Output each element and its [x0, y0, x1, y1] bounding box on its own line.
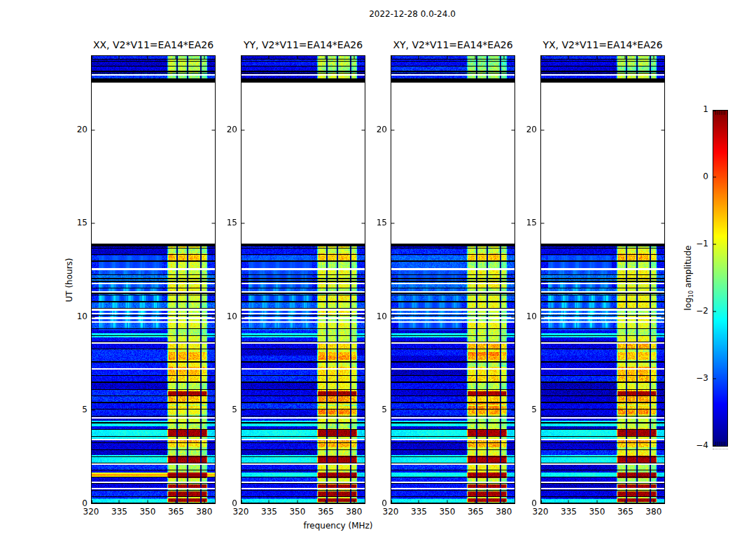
x-tick-label: 380 — [196, 507, 212, 517]
x-tick-label: 365 — [617, 507, 634, 517]
y-tick-label: 5 — [214, 405, 237, 414]
x-tick-label: 365 — [318, 507, 334, 517]
colorbar-tick-label: −4 — [685, 440, 708, 450]
panel-title-XX: XX, V2*V11=EA14*EA26 — [93, 39, 214, 50]
y-tick-label: 15 — [64, 218, 88, 227]
y-tick-label: 10 — [363, 312, 387, 321]
x-tick-label: 335 — [261, 507, 277, 517]
y-tick-label: 10 — [64, 312, 88, 321]
x-tick-label: 350 — [139, 507, 155, 517]
y-tick-label: 20 — [64, 125, 88, 134]
panel-title-YY: YY, V2*V11=EA14*EA26 — [244, 39, 363, 50]
y-tick-label: 10 — [214, 312, 237, 321]
panel-title-XY: XY, V2*V11=EA14*EA26 — [393, 39, 512, 50]
y-tick-label: 20 — [214, 125, 237, 134]
y-tick-label: 5 — [363, 405, 387, 414]
y-tick-label: 15 — [513, 218, 537, 227]
heatmap-canvas-YX — [540, 55, 665, 504]
figure-title: 2022-12-28 0.0-24.0 — [369, 9, 456, 19]
y-tick-label: 20 — [513, 125, 537, 134]
colorbar-label: log10 amplitude — [683, 246, 694, 311]
panel-title-YX: YX, V2*V11=EA14*EA26 — [542, 39, 662, 50]
x-tick-label: 335 — [561, 507, 577, 517]
y-tick-label: 0 — [64, 498, 88, 508]
colorbar — [713, 110, 728, 447]
colorbar-extend-dots — [713, 449, 728, 449]
x-tick-label: 380 — [346, 507, 362, 517]
y-tick-label: 0 — [214, 498, 237, 508]
y-tick-label: 10 — [513, 312, 537, 321]
y-axis-label: UT (hours) — [64, 258, 74, 302]
x-tick-label: 350 — [439, 507, 455, 517]
x-tick-label: 320 — [533, 507, 549, 517]
y-tick-label: 15 — [363, 218, 387, 227]
y-tick-label: 15 — [214, 218, 237, 227]
x-axis-label: frequency (MHz) — [303, 521, 372, 531]
y-tick-label: 0 — [363, 498, 387, 508]
x-tick-label: 380 — [645, 507, 662, 517]
heatmap-canvas-XY — [391, 55, 515, 504]
x-tick-label: 365 — [168, 507, 184, 517]
y-tick-label: 5 — [513, 405, 537, 414]
x-tick-label: 350 — [289, 507, 305, 517]
y-tick-label: 20 — [363, 125, 387, 134]
x-tick-label: 320 — [233, 507, 249, 517]
heatmap-canvas-XX — [91, 55, 216, 504]
x-tick-label: 365 — [468, 507, 484, 517]
colorbar-tick-label: −3 — [685, 373, 708, 383]
x-tick-label: 350 — [589, 507, 605, 517]
y-tick-label: 5 — [64, 405, 88, 414]
x-tick-label: 320 — [83, 507, 99, 517]
x-tick-label: 335 — [111, 507, 127, 517]
x-tick-label: 380 — [496, 507, 512, 517]
y-tick-label: 0 — [513, 498, 537, 508]
x-tick-label: 335 — [411, 507, 427, 517]
heatmap-canvas-YY — [241, 55, 365, 504]
colorbar-tick-label: 0 — [685, 172, 708, 181]
figure: 2022-12-28 0.0-24.0 XX, V2*V11=EA14*EA26… — [0, 0, 735, 560]
colorbar-tick-label: 1 — [685, 104, 708, 114]
x-tick-label: 320 — [383, 507, 399, 517]
